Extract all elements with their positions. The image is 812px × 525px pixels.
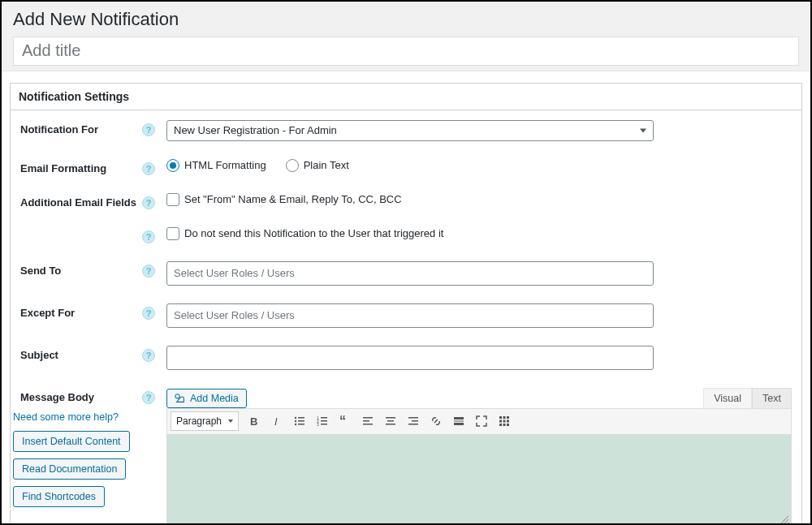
readmore-icon[interactable] [448,411,469,432]
except-for-label: Except For [20,303,142,319]
editor-textarea[interactable] [166,434,792,525]
help-icon[interactable]: ? [142,265,155,278]
notification-for-label: Notification For [20,120,142,136]
help-icon[interactable]: ? [142,349,155,362]
italic-icon[interactable]: I [266,411,287,432]
radio-html-label: HTML Formatting [184,159,266,171]
svg-rect-25 [454,417,464,420]
editor-toolbar: Paragraph B I 123 “ [166,408,792,434]
checkbox-from-fields[interactable]: Set "From" Name & Email, Reply To, CC, B… [166,193,792,206]
checkbox-icon [166,227,179,240]
read-docs-button[interactable]: Read Documentation [13,458,126,480]
except-for-input[interactable] [166,303,654,328]
svg-rect-4 [298,417,304,419]
panel-header: Notification Settings [11,84,801,110]
notification-for-value: New User Registration - For Admin [174,124,337,136]
help-icon[interactable]: ? [142,230,155,243]
subject-label: Subject [20,346,142,361]
radio-plain-label: Plain Text [304,159,349,171]
svg-text:I: I [274,415,278,428]
toolbar-format-select[interactable]: Paragraph [171,411,239,431]
svg-rect-31 [499,420,502,423]
svg-rect-18 [363,424,373,425]
svg-rect-34 [499,424,502,426]
svg-rect-36 [507,424,509,426]
help-icon[interactable]: ? [142,123,155,136]
radio-icon [286,159,299,172]
toolbar-toggle-icon[interactable] [494,411,515,432]
help-icon[interactable]: ? [142,162,155,175]
svg-rect-16 [363,417,373,419]
svg-point-0 [175,394,179,398]
svg-rect-10 [321,417,327,419]
svg-text:B: B [250,415,257,428]
help-icon[interactable]: ? [142,391,155,404]
align-right-icon[interactable] [403,411,424,432]
send-to-input[interactable] [166,261,654,286]
svg-rect-26 [454,421,464,422]
svg-rect-22 [408,417,418,419]
numbered-list-icon[interactable]: 123 [312,411,333,432]
svg-rect-20 [387,420,394,422]
svg-rect-8 [298,424,304,425]
svg-text:“: “ [339,415,346,428]
title-input[interactable] [13,37,799,66]
svg-rect-17 [363,420,369,422]
radio-html[interactable]: HTML Formatting [166,159,266,172]
svg-point-3 [295,417,296,419]
svg-rect-35 [503,424,506,426]
find-shortcodes-button[interactable]: Find Shortcodes [13,486,105,507]
svg-rect-21 [386,424,395,425]
help-icon[interactable]: ? [142,307,155,320]
checkbox-nosend[interactable]: Do not send this Notification to the Use… [166,227,792,240]
svg-rect-24 [408,424,418,425]
svg-rect-12 [321,420,327,422]
tab-text[interactable]: Text [752,388,792,408]
email-formatting-label: Email Formatting [20,159,142,174]
need-help-link[interactable]: Need some more help? [13,411,143,423]
align-center-icon[interactable] [380,411,401,432]
fullscreen-icon[interactable] [471,411,492,432]
svg-point-5 [295,420,296,422]
svg-rect-27 [454,423,464,425]
svg-rect-6 [298,420,304,422]
svg-rect-33 [507,420,509,423]
notification-for-select[interactable]: New User Registration - For Admin [166,120,654,141]
link-icon[interactable] [425,411,447,432]
resize-handle-icon[interactable] [780,515,789,525]
radio-plain[interactable]: Plain Text [286,159,349,172]
add-media-label: Add Media [190,393,239,404]
help-icon[interactable]: ? [142,196,155,209]
svg-rect-19 [386,417,395,419]
bold-icon[interactable]: B [244,411,265,432]
subject-input[interactable] [166,346,654,370]
toolbar-format-value: Paragraph [176,415,222,427]
svg-rect-14 [321,424,327,425]
checkbox-icon [166,193,179,206]
message-body-label: Message Body [20,388,142,403]
tab-visual[interactable]: Visual [703,388,752,408]
align-left-icon[interactable] [357,411,378,432]
blockquote-icon[interactable]: “ [335,411,356,432]
svg-text:3: 3 [317,422,319,427]
insert-default-button[interactable]: Insert Default Content [13,431,130,452]
checkbox-nosend-label: Do not send this Notification to the Use… [184,227,443,239]
svg-point-7 [295,424,296,425]
add-media-button[interactable]: Add Media [166,389,247,408]
send-to-label: Send To [20,261,142,277]
svg-rect-32 [503,420,506,423]
bullet-list-icon[interactable] [289,411,310,432]
checkbox-from-label: Set "From" Name & Email, Reply To, CC, B… [184,193,402,205]
svg-rect-28 [499,416,502,419]
svg-rect-23 [412,420,418,422]
page-title: Add New Notification [13,8,799,32]
radio-icon [166,159,179,172]
additional-fields-label: Additional Email Fields [20,193,142,209]
panel-title: Notification Settings [19,90,129,103]
media-icon [175,393,186,404]
svg-rect-30 [507,416,509,419]
svg-rect-29 [503,416,506,419]
